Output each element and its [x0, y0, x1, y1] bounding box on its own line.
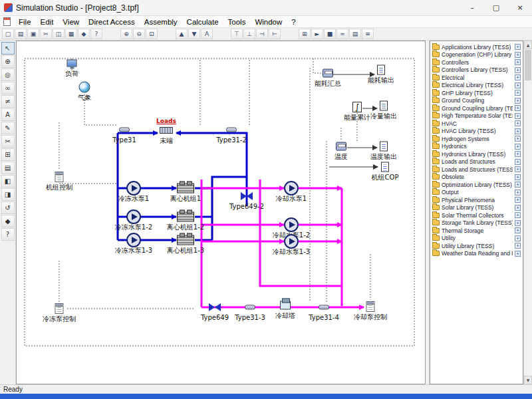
expand-icon[interactable]: + — [515, 212, 521, 218]
zoom-out-button[interactable]: ⊖ — [133, 29, 145, 39]
menu-item-direct-access[interactable]: Direct Access — [84, 17, 140, 27]
run-button[interactable]: ► — [311, 29, 323, 39]
library-tree-item[interactable]: Ground Coupling+ — [430, 97, 523, 105]
library-tree-item[interactable]: Utility Library (TESS)+ — [430, 242, 523, 250]
maximize-button[interactable]: ▢ — [484, 0, 508, 15]
rotate-tool-button[interactable]: ↺ — [1, 201, 15, 214]
library-tree-item[interactable]: High Temperature Solar (TESS)+ — [430, 112, 523, 120]
menu-item-view[interactable]: View — [58, 17, 84, 27]
help-tool-button[interactable]: ? — [1, 228, 15, 241]
expand-icon[interactable]: + — [515, 74, 521, 80]
library-tree-item[interactable]: HVAC+ — [430, 120, 523, 128]
library-tree-item[interactable]: GHP Library (TESS)+ — [430, 89, 523, 97]
scroll-thumb[interactable] — [525, 50, 531, 80]
menu-item-window[interactable]: Window — [250, 17, 287, 27]
expand-icon[interactable]: + — [515, 52, 521, 58]
expand-icon[interactable]: + — [515, 144, 521, 150]
library-tree-item[interactable]: Output+ — [430, 189, 523, 197]
title-bar[interactable]: Simulation Studio - [Project8_3.tpf] – ▢… — [0, 0, 532, 16]
scroll-up-button[interactable]: ▲ — [524, 41, 532, 49]
assemble-button[interactable]: ⊞ — [299, 29, 311, 39]
close-button[interactable]: × — [508, 0, 532, 15]
expand-icon[interactable]: + — [515, 227, 521, 233]
library-tree-item[interactable]: Ground Coupling Library (TESS)+ — [430, 104, 523, 112]
send-back-tool-button[interactable]: ◨ — [1, 188, 15, 201]
expand-icon[interactable]: + — [515, 174, 521, 180]
library-tree-item[interactable]: Solar Library (TESS)+ — [430, 204, 523, 212]
expand-icon[interactable]: + — [515, 59, 521, 65]
zoom-tool-button[interactable]: ⊕ — [1, 55, 15, 68]
settings-tool-button[interactable]: ◆ — [1, 215, 15, 227]
expand-icon[interactable]: + — [515, 136, 521, 142]
menu-item-calculate[interactable]: Calculate — [182, 17, 223, 27]
expand-icon[interactable]: + — [515, 44, 521, 50]
print-button[interactable]: ▦ — [65, 29, 77, 39]
disconnect-tool-button[interactable]: ≠ — [1, 95, 15, 108]
library-tree-item[interactable]: HVAC Library (TESS)+ — [430, 128, 523, 136]
cut-button[interactable]: ✂ — [40, 29, 52, 39]
expand-icon[interactable]: + — [515, 197, 521, 203]
expand-icon[interactable]: + — [515, 235, 521, 241]
library-tree-item[interactable]: Hydronics+ — [430, 143, 523, 151]
canvas[interactable]: 负荷气象Type31末端Type31-2能耗汇总能耗输出能量累计冷量输出温度温度… — [16, 41, 426, 384]
erase-tool-button[interactable]: ✂ — [1, 135, 15, 148]
align-bottom-button[interactable]: ⊥ — [243, 29, 255, 39]
library-tree-item[interactable]: Loads and Structures+ — [430, 158, 523, 166]
pan-tool-button[interactable]: ◎ — [1, 68, 15, 81]
library-tree-item[interactable]: Physical Phenomena+ — [430, 196, 523, 204]
expand-icon[interactable]: + — [515, 151, 521, 157]
output-file-button[interactable]: ▤ — [349, 29, 361, 39]
menu-item-?[interactable]: ? — [287, 17, 300, 27]
expand-icon[interactable]: + — [515, 128, 521, 134]
expand-icon[interactable]: + — [515, 82, 521, 88]
expand-icon[interactable]: + — [515, 205, 521, 211]
expand-icon[interactable]: + — [515, 98, 521, 104]
select-tool-button[interactable]: ↖ — [1, 42, 15, 55]
library-tree-item[interactable]: Hydronics Library (TESS)+ — [430, 150, 523, 158]
align-left-button[interactable]: ⊣ — [256, 29, 268, 39]
library-tree-item[interactable]: Controllers Library (TESS)+ — [430, 66, 523, 74]
sort-button[interactable]: A — [201, 29, 213, 39]
expand-icon[interactable]: + — [515, 251, 521, 257]
library-tree-item[interactable]: Electrical+ — [430, 74, 523, 82]
library-tree-item[interactable]: Obsolete+ — [430, 174, 523, 182]
open-button[interactable]: ▤ — [15, 29, 27, 39]
expand-icon[interactable]: + — [515, 120, 521, 126]
library-tree-item[interactable]: Cogeneration (CHP) Library (TESS)+ — [430, 51, 523, 59]
menu-item-file[interactable]: File — [14, 17, 36, 27]
move-down-button[interactable]: ▼ — [188, 29, 200, 39]
connect-tool-button[interactable]: ∞ — [1, 82, 15, 94]
plot-button[interactable]: ≈ — [336, 29, 348, 39]
move-up-button[interactable]: ▲ — [176, 29, 188, 39]
save-button[interactable]: ▣ — [27, 29, 39, 39]
new-button[interactable]: ▢ — [2, 29, 14, 39]
grid-tool-button[interactable]: ⊞ — [1, 148, 15, 161]
direct-access-button[interactable]: ◆ — [78, 29, 90, 39]
expand-icon[interactable]: + — [515, 220, 521, 226]
layers-tool-button[interactable]: ▤ — [1, 162, 15, 174]
library-tree-item[interactable]: Controllers+ — [430, 59, 523, 66]
text-tool-button[interactable]: A — [1, 108, 15, 121]
expand-icon[interactable]: + — [515, 90, 521, 96]
zoom-fit-button[interactable]: ⊡ — [146, 29, 158, 39]
expand-icon[interactable]: + — [515, 182, 521, 188]
list-button[interactable]: ≡ — [362, 29, 374, 39]
expand-icon[interactable]: + — [515, 105, 521, 111]
library-tree-item[interactable]: Electrical Library (TESS)+ — [430, 82, 523, 90]
expand-icon[interactable]: + — [515, 159, 521, 165]
help-button[interactable]: ? — [90, 29, 102, 39]
minimize-button[interactable]: – — [460, 0, 484, 15]
library-tree-item[interactable]: Applications Library (TESS)+ — [430, 43, 523, 51]
library-tree-item[interactable]: Loads and Structures (TESS)+ — [430, 166, 523, 174]
panel-scrollbar[interactable]: ▲ ▼ — [523, 41, 532, 384]
bring-front-tool-button[interactable]: ◧ — [1, 175, 15, 188]
copy-button[interactable]: ◫ — [53, 29, 65, 39]
library-tree-item[interactable]: Utility+ — [430, 235, 523, 243]
expand-icon[interactable]: + — [515, 67, 521, 73]
menu-item-assembly[interactable]: Assembly — [140, 17, 182, 27]
menu-item-edit[interactable]: Edit — [36, 17, 59, 27]
library-tree-item[interactable]: Hydrogen Systems+ — [430, 135, 523, 143]
library-tree-item[interactable]: Thermal Storage+ — [430, 227, 523, 235]
align-right-button[interactable]: ⊢ — [269, 29, 281, 39]
expand-icon[interactable]: + — [515, 166, 521, 172]
